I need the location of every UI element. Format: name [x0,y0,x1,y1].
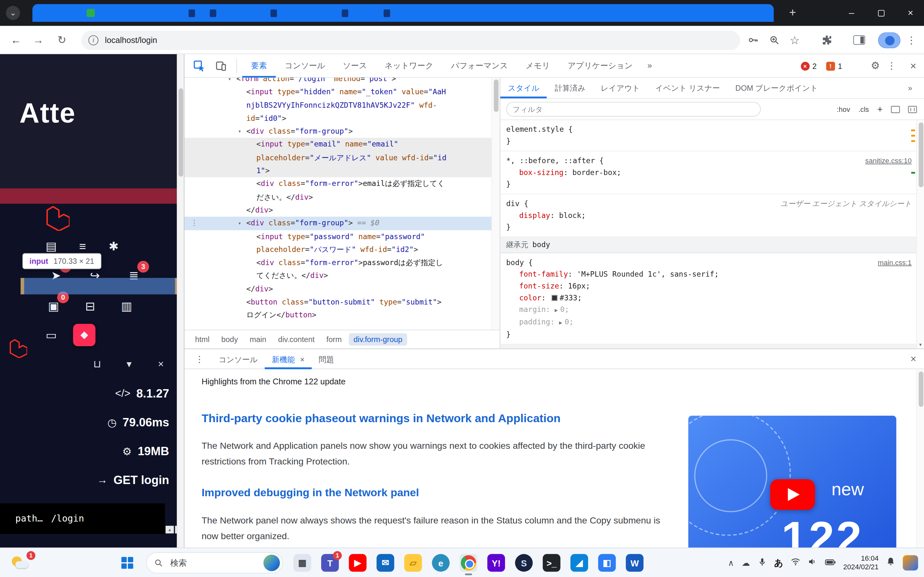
expand-arrow-icon[interactable]: ▾ [238,217,241,230]
css-property[interactable]: font-size: 16px; [506,280,912,292]
profile-avatar[interactable] [878,32,901,48]
code-line[interactable]: <div class="form-error">emailは必ず指定してく [184,177,500,191]
widgets-button[interactable]: 1 [11,555,34,571]
terminal-icon[interactable]: >_ [543,554,561,572]
yahoo-icon[interactable]: Y! [487,554,505,572]
onedrive-icon[interactable]: ☁ [742,558,750,567]
whats-new-video-thumbnail[interactable]: new 122 [688,416,896,548]
code-line[interactable]: <input type="hidden" name="_token" value… [184,85,500,99]
steam-icon[interactable]: S [515,554,533,572]
expand-shorthand-icon[interactable]: ▶ [559,319,562,326]
code-line[interactable]: ▾<div class="form-group"> [184,125,500,138]
window-minimize-button[interactable]: – [838,0,865,26]
error-count[interactable]: × 2 [800,61,817,71]
site-info-icon[interactable]: i [89,35,99,45]
styles-tab-2[interactable]: 計算済み [547,77,593,98]
search-highlight-icon[interactable] [263,554,280,571]
ime-indicator[interactable]: あ [774,557,783,568]
expand-arrow-icon[interactable]: ▾ [228,77,231,85]
devtools-tab-1[interactable]: 要素 [242,54,276,77]
start-button[interactable] [121,557,133,569]
code-line[interactable]: placeholder="メールアドレス" value wfd-id="id [184,151,500,164]
code-line[interactable]: njblBS2VYyIhFonncizkQZDTV81hAV5KJv22F" w… [184,99,500,112]
rule-selector[interactable]: *, ::before, ::after { [506,155,912,167]
code-line[interactable]: <input type="email" name="email" [184,138,500,151]
inspect-element-icon[interactable] [193,60,206,75]
debugbar-path[interactable]: path… /login [0,503,165,534]
stylesheet-link[interactable]: sanitize.css:10 [865,155,912,167]
code-line[interactable]: <button class="button-submit" type="subm… [184,295,500,309]
folder-open-icon[interactable]: ⊔ [89,356,105,373]
explorer-icon[interactable]: ▱ [404,554,422,572]
css-property[interactable]: font-family: 'M+PLUS Rounded 1c', sans-s… [506,269,912,280]
active-tab[interactable] [32,4,774,22]
tag-icon[interactable]: ◆ [73,324,95,346]
exceptions-icon[interactable]: ✱ [106,237,121,255]
page-scroll-thumb[interactable] [179,89,184,177]
more-tabs-icon[interactable]: » [641,54,658,77]
css-property[interactable]: margin: ▶0; [506,304,912,316]
notification-bell-icon[interactable] [886,557,895,569]
address-bar[interactable]: i localhost/login [81,31,740,50]
code-line[interactable]: ログイン</button> [184,309,500,322]
styles-scroll-thumb[interactable] [919,122,923,187]
breadcrumb-item[interactable]: html [190,334,214,346]
styles-filter-input[interactable] [506,102,761,117]
back-button[interactable]: ← [7,32,25,48]
youtube-icon[interactable]: ▶ [349,554,367,572]
reload-button[interactable]: ↻ [53,32,71,48]
styles-scroll-down-icon[interactable]: ▾ [917,342,924,348]
rendering-icon[interactable] [891,106,900,113]
color-swatch[interactable] [551,295,557,301]
media-icon[interactable]: ◧ [598,554,615,572]
devtools-tab-6[interactable]: メモリ [517,54,559,77]
bookmark-star-icon[interactable]: ☆ [790,32,800,48]
task-view-icon[interactable]: ▦ [294,554,311,572]
rule-selector[interactable]: body { [506,257,912,269]
browser-menu-icon[interactable]: ⋮ [906,32,916,48]
devtools-tab-4[interactable]: ネットワーク [376,54,443,77]
css-property[interactable]: box-sizing: border-box; [506,167,912,179]
tab-search-icon[interactable]: ⌄ [6,6,20,20]
layout-pane-icon[interactable] [908,106,917,113]
drawer-menu-icon[interactable]: ⋮ [195,349,204,369]
cls-toggle[interactable]: .cls [858,105,869,113]
drawer-close-icon[interactable]: × [911,349,916,369]
views-icon[interactable]: ▣0 [46,298,61,315]
archive-icon[interactable]: ▭ [44,326,59,344]
devtools-tab-5[interactable]: パフォーマンス [442,54,517,77]
code-line[interactable]: ▾⋮<div class="form-group"> == $0 [184,217,500,230]
vscode-icon[interactable]: ◢ [570,554,588,572]
debugbar-php-version[interactable]: </> 8.1.27 [115,387,169,400]
youtube-play-icon[interactable] [771,479,815,510]
devtools-issue-counts[interactable]: × 2 ! 1 [800,54,842,77]
side-panel-icon[interactable] [853,32,865,48]
drawer-tab-3[interactable]: 問題 [312,349,341,369]
teams-icon[interactable]: T1 [321,554,339,572]
battery-icon[interactable] [825,558,835,568]
css-property[interactable]: color: #333; [506,292,912,304]
styles-tab-5[interactable]: DOM ブレークポイント [728,77,825,98]
tray-app-icon[interactable] [903,555,918,571]
styles-tab-4[interactable]: イベント リスナー [648,77,728,98]
code-line[interactable]: <div class="form-error">passwordは必ず指定し [184,256,500,269]
devtools-tab-3[interactable]: ソース [334,54,376,77]
tab-close-icon[interactable]: × [300,350,304,369]
chrome-icon[interactable] [460,554,477,572]
debugbar-request[interactable]: → GET login [97,474,169,487]
styles-tab-1[interactable]: スタイル [500,77,547,98]
warning-count[interactable]: ! 1 [826,61,842,71]
zoom-icon[interactable] [768,32,780,48]
debugbar-memory[interactable]: ⚙ 19MB [122,445,169,458]
forward-button[interactable]: → [29,32,47,48]
breadcrumb-item[interactable]: main [245,334,271,346]
edge-icon[interactable]: e [432,554,449,572]
css-property[interactable]: padding: ▶0; [506,316,912,329]
code-line[interactable]: ▾<form action="/login" method="post"> [184,77,500,85]
extensions-icon[interactable] [821,32,833,48]
tray-chevron-icon[interactable]: ∧ [728,558,734,567]
devtools-tab-7[interactable]: アプリケーション [559,54,642,77]
stylesheet-link[interactable]: main.css:1 [878,257,911,269]
hov-toggle[interactable]: :hov [837,105,850,113]
code-line[interactable]: <input type="password" name="password" [184,230,500,243]
